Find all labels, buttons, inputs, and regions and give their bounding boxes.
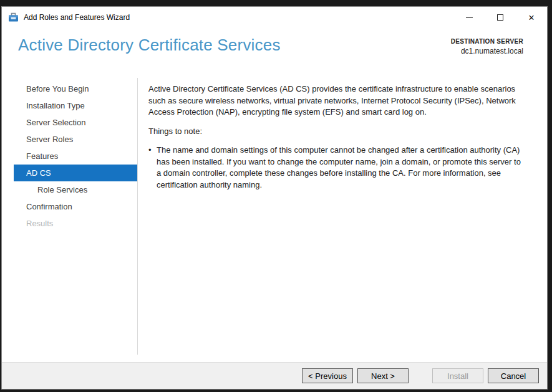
install-button[interactable]: Install xyxy=(432,368,483,383)
wizard-body: Before You Begin Installation Type Serve… xyxy=(2,78,547,362)
next-button[interactable]: Next > xyxy=(357,368,409,383)
previous-button[interactable]: < Previous xyxy=(302,368,353,383)
intro-paragraph: Active Directory Certificate Services (A… xyxy=(148,84,526,118)
close-icon: ✕ xyxy=(528,14,535,22)
list-item: • The name and domain settings of this c… xyxy=(148,145,526,191)
note-text: The name and domain settings of this com… xyxy=(157,145,526,191)
things-to-note-heading: Things to note: xyxy=(148,126,526,138)
window-title: Add Roles and Features Wizard xyxy=(24,13,130,22)
maximize-button[interactable] xyxy=(485,7,516,28)
desktop-background: { "window": { "title": "Add Roles and Fe… xyxy=(0,0,552,392)
minimize-icon xyxy=(466,17,473,18)
wizard-header: Active Directory Certificate Services DE… xyxy=(2,28,547,78)
destination-server-label: DESTINATION SERVER xyxy=(451,38,523,45)
destination-server-block: DESTINATION SERVER dc1.numatest.local xyxy=(451,38,523,55)
sidebar-item-features[interactable]: Features xyxy=(14,148,138,165)
sidebar-item-role-services[interactable]: Role Services xyxy=(14,181,138,198)
window-controls: ✕ xyxy=(453,7,547,28)
page-content: Active Directory Certificate Services (A… xyxy=(138,78,547,362)
wizard-steps-sidebar: Before You Begin Installation Type Serve… xyxy=(2,78,138,362)
sidebar-item-installation-type[interactable]: Installation Type xyxy=(14,97,138,114)
sidebar-item-confirmation[interactable]: Confirmation xyxy=(14,198,138,215)
sidebar-item-results: Results xyxy=(14,215,138,232)
sidebar-item-server-roles[interactable]: Server Roles xyxy=(14,131,138,148)
minimize-button[interactable] xyxy=(453,7,485,28)
sidebar-item-before-you-begin[interactable]: Before You Begin xyxy=(14,80,138,97)
close-button[interactable]: ✕ xyxy=(516,7,547,28)
destination-server-name: dc1.numatest.local xyxy=(451,47,523,55)
title-bar: Add Roles and Features Wizard ✕ xyxy=(2,7,547,28)
app-toolbox-icon xyxy=(8,12,19,22)
notes-list: • The name and domain settings of this c… xyxy=(148,145,526,191)
maximize-icon xyxy=(497,14,503,21)
wizard-window: Add Roles and Features Wizard ✕ Active D… xyxy=(1,6,548,390)
bullet-icon: • xyxy=(148,145,157,191)
sidebar-item-ad-cs[interactable]: AD CS xyxy=(14,165,138,181)
sidebar-item-server-selection[interactable]: Server Selection xyxy=(14,114,138,131)
cancel-button[interactable]: Cancel xyxy=(488,368,539,383)
wizard-footer: < Previous Next > Install Cancel xyxy=(2,362,547,389)
